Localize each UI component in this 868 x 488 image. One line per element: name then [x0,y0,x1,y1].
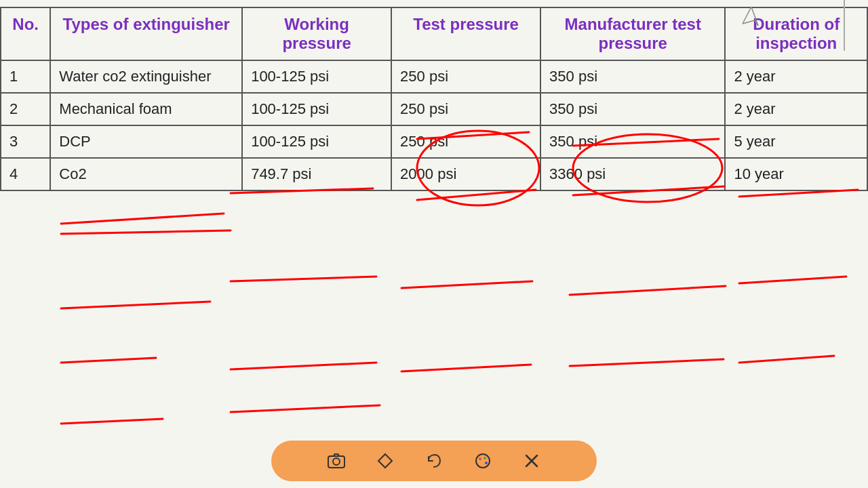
cell-type-3: DCP [50,125,242,158]
cell-working-4: 749.7 psi [242,158,391,190]
data-table: No. Types of extinguisher Working pressu… [0,7,868,191]
svg-marker-29 [378,454,392,468]
svg-point-32 [484,457,486,460]
cell-no-2: 2 [1,93,50,125]
cell-mfr-4: 3360 psi [540,158,725,190]
svg-point-34 [479,462,482,465]
toolbar [271,441,597,481]
header-test: Test pressure [391,7,540,60]
close-button[interactable] [517,446,547,476]
cell-no-3: 3 [1,125,50,158]
cell-test-4: 2000 psi [391,158,540,190]
cell-working-3: 100-125 psi [242,125,391,158]
cell-type-1: Water co2 extinguisher [50,60,242,93]
cell-type-4: Co2 [50,158,242,190]
cell-type-2: Mechanical foam [50,93,242,125]
eraser-button[interactable] [370,446,400,476]
table-container: No. Types of extinguisher Working pressu… [0,0,868,447]
cell-duration-1: 2 year [725,60,867,93]
cell-test-3: 250 psi [391,125,540,158]
cell-no-4: 4 [1,158,50,190]
cell-mfr-3: 350 psi [540,125,725,158]
header-types: Types of extinguisher [50,7,242,60]
header-duration: Duration of inspection [725,7,867,60]
cell-test-1: 250 psi [391,60,540,93]
svg-point-30 [476,454,490,468]
cell-duration-2: 2 year [725,93,867,125]
cell-test-2: 250 psi [391,93,540,125]
cell-mfr-2: 350 psi [540,93,725,125]
table-row: 4 Co2 749.7 psi 2000 psi 3360 psi 10 yea… [1,158,867,190]
table-row: 2 Mechanical foam 100-125 psi 250 psi 35… [1,93,867,125]
cell-duration-3: 5 year [725,125,867,158]
cell-duration-4: 10 year [725,158,867,190]
table-row: 1 Water co2 extinguisher 100-125 psi 250… [1,60,867,93]
cell-working-2: 100-125 psi [242,93,391,125]
header-working: Working pressure [242,7,391,60]
camera-button[interactable] [321,446,351,476]
cell-no-1: 1 [1,60,50,93]
svg-point-28 [333,458,340,465]
header-no: No. [1,7,50,60]
svg-point-31 [479,458,481,460]
cell-working-1: 100-125 psi [242,60,391,93]
cell-mfr-1: 350 psi [540,60,725,93]
svg-point-33 [485,462,488,464]
table-row: 3 DCP 100-125 psi 250 psi 350 psi 5 year [1,125,867,158]
palette-button[interactable] [468,446,498,476]
undo-button[interactable] [419,446,449,476]
header-mfr: Manufacturer test pressure [540,7,725,60]
